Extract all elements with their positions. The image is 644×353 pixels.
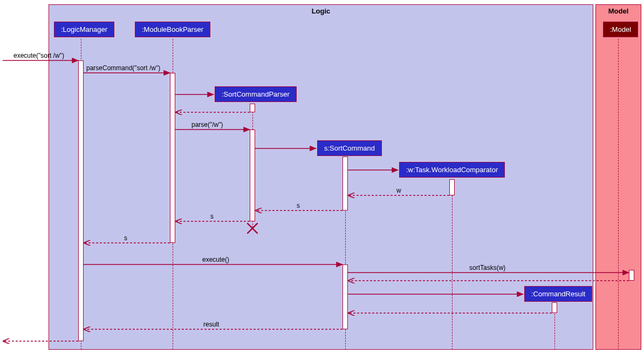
msg-execute2: execute() <box>202 256 229 263</box>
region-logic: Logic <box>49 4 593 350</box>
msg-s-return2: s <box>210 213 214 220</box>
msg-result: result <box>203 321 219 328</box>
region-title-logic: Logic <box>312 5 331 15</box>
msg-execute1: execute("sort /w") <box>13 52 64 59</box>
msg-w-return: w <box>396 187 401 194</box>
activation-sort-command-1 <box>342 157 348 211</box>
activation-sort-command-parser-1 <box>250 104 255 112</box>
msg-s-return1: s <box>297 202 300 209</box>
activation-sort-command-parser-2 <box>250 130 255 221</box>
msg-s-return3: s <box>124 234 127 242</box>
activation-sort-command-2 <box>342 264 348 329</box>
activation-module-book-parser <box>170 73 175 243</box>
activation-workload-comparator <box>449 179 455 195</box>
activation-model <box>629 270 634 281</box>
destroy-icon <box>247 223 258 234</box>
participant-model: :Model <box>603 22 638 37</box>
lifeline-workload-comparator <box>452 179 453 350</box>
participant-sort-command: s:SortCommand <box>317 140 382 156</box>
msg-sortTasks: sortTasks(w) <box>469 264 505 271</box>
msg-parseCommand: parseCommand("sort /w") <box>86 64 160 72</box>
participant-sort-command-parser: :SortCommandParser <box>215 86 297 102</box>
region-title-model: Model <box>608 5 629 15</box>
msg-parse: parse("/w") <box>191 121 223 128</box>
participant-logic-manager: :LogicManager <box>54 22 114 37</box>
lifeline-model <box>618 39 619 350</box>
participant-workload-comparator: :w:Task.WorkloadComparator <box>399 162 505 178</box>
activation-command-result <box>552 302 557 313</box>
activation-logic-manager <box>78 60 84 341</box>
participant-command-result: :CommandResult <box>524 286 592 302</box>
participant-module-book-parser: :ModuleBookParser <box>135 22 210 37</box>
